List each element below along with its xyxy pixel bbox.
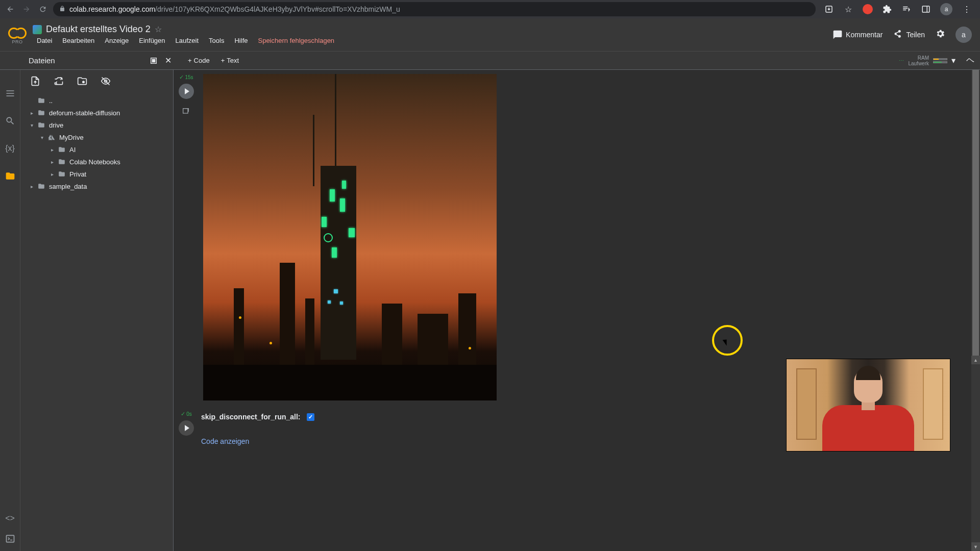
cell-exec-status: ✓0s xyxy=(181,411,192,417)
scrollbar-up-button[interactable]: ▲ xyxy=(971,356,980,364)
connection-status[interactable]: ⋯ RAM Laufwerk ▾ xyxy=(899,55,965,66)
notebook-area[interactable]: ✓15s xyxy=(174,70,980,551)
browser-menu-icon[interactable]: ⋮ xyxy=(962,4,972,14)
install-app-icon[interactable] xyxy=(824,4,834,14)
star-icon[interactable]: ☆ xyxy=(155,24,162,34)
colab-header: PRO Defaukt erstelltes Video 2 ☆ Datei B… xyxy=(0,18,980,52)
document-title[interactable]: Defaukt erstelltes Video 2 xyxy=(46,24,151,35)
browser-forward-button[interactable] xyxy=(20,3,33,15)
variables-icon[interactable]: {x} xyxy=(4,142,16,155)
browser-back-button[interactable] xyxy=(4,3,16,15)
toggle-hidden-icon[interactable] xyxy=(100,76,111,87)
ram-bar xyxy=(933,58,947,60)
user-avatar[interactable]: a xyxy=(955,27,972,43)
scrollbar-down-button[interactable]: ▼ xyxy=(971,542,980,551)
menu-einfuegen[interactable]: Einfügen xyxy=(135,36,169,45)
connection-dropdown-icon[interactable]: ▾ xyxy=(951,56,959,65)
insert-code-button[interactable]: + Code xyxy=(184,55,214,66)
tree-label: Privat xyxy=(69,170,86,178)
svg-point-6 xyxy=(83,81,84,83)
tree-privat[interactable]: ▸Privat xyxy=(20,168,173,180)
url-text: colab.research.google.com/drive/107yKR6Q… xyxy=(69,5,400,13)
webcam-overlay xyxy=(786,359,950,452)
browser-url-bar[interactable]: colab.research.google.com/drive/107yKR6Q… xyxy=(53,2,816,16)
menu-laufzeit[interactable]: Laufzeit xyxy=(172,36,203,45)
menu-tools[interactable]: Tools xyxy=(205,36,228,45)
ram-label: RAM xyxy=(918,55,929,61)
disk-bar xyxy=(933,61,947,63)
insert-code-label: Code xyxy=(194,57,210,64)
browser-reload-button[interactable] xyxy=(37,3,49,15)
file-tree: .. ▸deforum-stable-diffusion ▾drive ▾MyD… xyxy=(20,92,173,194)
play-icon xyxy=(185,88,189,94)
files-toolbar xyxy=(20,70,173,92)
tree-label: drive xyxy=(49,121,63,129)
tree-label: .. xyxy=(49,97,53,105)
resource-bars xyxy=(933,58,947,63)
notebook-scrollbar[interactable]: ▲ ▼ xyxy=(971,70,980,551)
pro-badge: PRO xyxy=(12,39,22,44)
tree-ai[interactable]: ▸AI xyxy=(20,143,173,156)
svg-rect-1 xyxy=(922,6,929,12)
drive-doc-icon xyxy=(33,25,42,34)
kommentar-label: Kommentar xyxy=(846,31,883,39)
tree-colab-notebooks[interactable]: ▸Colab Notebooks xyxy=(20,156,173,168)
svg-rect-5 xyxy=(6,535,14,542)
toc-icon[interactable] xyxy=(4,87,16,99)
teilen-button[interactable]: Teilen xyxy=(893,30,925,40)
left-rail: {x} <> xyxy=(0,70,20,551)
collapse-toolbar-icon[interactable]: ヘ xyxy=(965,55,976,66)
tree-sample-data[interactable]: ▸sample_data xyxy=(20,180,173,192)
tree-up[interactable]: .. xyxy=(20,94,173,107)
tree-mydrive[interactable]: ▾MyDrive xyxy=(20,131,173,143)
panel-close-icon[interactable]: ✕ xyxy=(162,55,174,66)
cell-output-image xyxy=(203,74,497,400)
run-cell-button[interactable] xyxy=(179,420,194,436)
tree-label: Colab Notebooks xyxy=(69,158,120,166)
search-icon[interactable] xyxy=(4,115,16,127)
menu-anzeige[interactable]: Anzeige xyxy=(101,36,133,45)
scrollbar-thumb[interactable] xyxy=(972,70,979,356)
param-checkbox[interactable]: ✓ xyxy=(307,413,314,421)
menu-datei[interactable]: Datei xyxy=(33,36,56,45)
panel-popout-icon[interactable] xyxy=(148,55,159,66)
browser-extensions: ☆ a ⋮ xyxy=(820,3,976,15)
kommentar-button[interactable]: Kommentar xyxy=(832,30,883,40)
code-cell-1[interactable]: ✓15s xyxy=(174,70,980,403)
code-snippets-icon[interactable]: <> xyxy=(4,512,16,524)
param-label: skip_disconnect_for_run_all: xyxy=(201,413,301,421)
menu-hilfe[interactable]: Hilfe xyxy=(230,36,252,45)
bookmark-star-icon[interactable]: ☆ xyxy=(843,4,853,14)
share-icon xyxy=(893,30,903,40)
disk-label: Laufwerk xyxy=(908,61,929,66)
refresh-files-icon[interactable] xyxy=(53,76,64,87)
lock-icon xyxy=(59,6,65,13)
files-panel-title: Dateien xyxy=(29,56,55,65)
menu-bearbeiten[interactable]: Bearbeiten xyxy=(58,36,99,45)
files-icon[interactable] xyxy=(4,170,16,182)
tree-drive[interactable]: ▾drive xyxy=(20,119,173,131)
insert-text-label: Text xyxy=(227,57,239,64)
extensions-puzzle-icon[interactable] xyxy=(882,4,892,14)
connection-dot-icon: ⋯ xyxy=(899,58,904,63)
tree-label: MyDrive xyxy=(59,134,84,141)
teilen-label: Teilen xyxy=(906,31,925,39)
mount-drive-icon[interactable] xyxy=(77,76,88,87)
tree-deforum[interactable]: ▸deforum-stable-diffusion xyxy=(20,107,173,119)
run-cell-button[interactable] xyxy=(179,84,194,99)
extension-red-icon[interactable] xyxy=(863,4,873,14)
settings-gear-icon[interactable] xyxy=(935,29,945,41)
save-error-status[interactable]: Speichern fehlgeschlagen xyxy=(254,36,338,45)
tree-label: deforum-stable-diffusion xyxy=(49,109,120,117)
reading-list-icon[interactable] xyxy=(901,4,912,14)
tree-label: AI xyxy=(69,146,76,154)
terminal-icon[interactable] xyxy=(4,533,16,545)
upload-file-icon[interactable] xyxy=(30,76,41,87)
colab-logo-area[interactable]: PRO xyxy=(8,25,27,44)
clear-output-icon[interactable] xyxy=(182,107,191,116)
browser-profile-avatar[interactable]: a xyxy=(940,3,952,15)
tree-label: sample_data xyxy=(49,183,87,190)
side-panel-icon[interactable] xyxy=(921,4,931,14)
insert-text-button[interactable]: + Text xyxy=(217,55,243,66)
menu-bar: Datei Bearbeiten Anzeige Einfügen Laufze… xyxy=(33,36,832,45)
